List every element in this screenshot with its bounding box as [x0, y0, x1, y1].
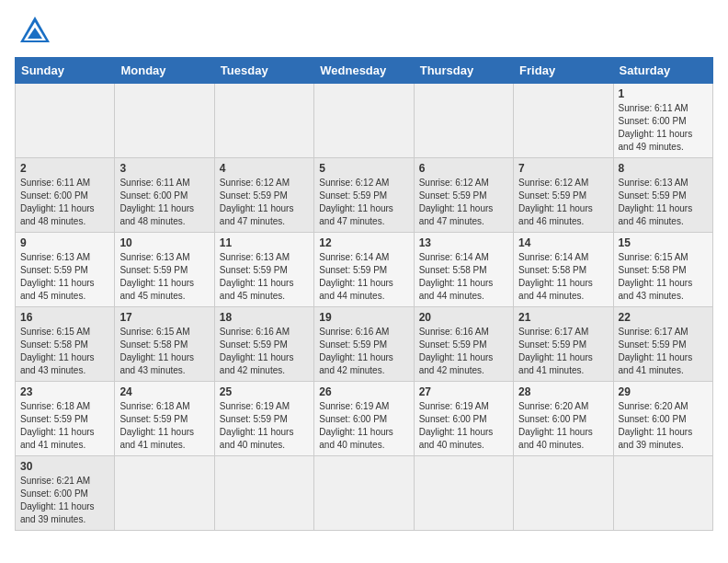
calendar-cell: 12Sunrise: 6:14 AM Sunset: 5:59 PM Dayli… [314, 233, 414, 307]
day-info: Sunrise: 6:19 AM Sunset: 5:59 PM Dayligh… [220, 400, 309, 452]
day-info: Sunrise: 6:16 AM Sunset: 5:59 PM Dayligh… [419, 326, 508, 377]
calendar-cell: 7Sunrise: 6:12 AM Sunset: 5:59 PM Daylig… [514, 158, 613, 233]
calendar-header: SundayMondayTuesdayWednesdayThursdayFrid… [16, 58, 713, 84]
calendar-cell: 18Sunrise: 6:16 AM Sunset: 5:59 PM Dayli… [214, 307, 313, 382]
day-info: Sunrise: 6:12 AM Sunset: 5:59 PM Dayligh… [518, 177, 608, 228]
day-info: Sunrise: 6:13 AM Sunset: 5:59 PM Dayligh… [220, 251, 309, 303]
day-number: 28 [518, 385, 608, 398]
day-number: 4 [220, 162, 309, 175]
calendar-week-row: 9Sunrise: 6:13 AM Sunset: 5:59 PM Daylig… [16, 233, 713, 307]
calendar-cell: 17Sunrise: 6:15 AM Sunset: 5:58 PM Dayli… [115, 307, 214, 382]
day-number: 8 [619, 162, 708, 175]
calendar-cell: 13Sunrise: 6:14 AM Sunset: 5:58 PM Dayli… [414, 233, 513, 307]
day-number: 11 [220, 236, 309, 249]
logo-icon [18, 15, 51, 48]
calendar-week-row: 16Sunrise: 6:15 AM Sunset: 5:58 PM Dayli… [16, 307, 713, 382]
calendar-cell: 10Sunrise: 6:13 AM Sunset: 5:59 PM Dayli… [115, 233, 214, 307]
calendar-cell [414, 456, 513, 531]
calendar-cell: 25Sunrise: 6:19 AM Sunset: 5:59 PM Dayli… [214, 382, 313, 456]
calendar-cell: 8Sunrise: 6:13 AM Sunset: 5:59 PM Daylig… [613, 158, 712, 233]
calendar-table: SundayMondayTuesdayWednesdayThursdayFrid… [15, 57, 713, 531]
calendar-cell: 24Sunrise: 6:18 AM Sunset: 5:59 PM Dayli… [115, 382, 214, 456]
day-number: 1 [619, 87, 708, 100]
day-number: 2 [20, 162, 109, 175]
day-number: 21 [518, 311, 608, 324]
day-number: 24 [119, 385, 209, 398]
day-info: Sunrise: 6:14 AM Sunset: 5:58 PM Dayligh… [419, 251, 508, 303]
day-info: Sunrise: 6:15 AM Sunset: 5:58 PM Dayligh… [20, 326, 109, 377]
calendar-cell: 6Sunrise: 6:12 AM Sunset: 5:59 PM Daylig… [414, 158, 513, 233]
calendar-cell [115, 84, 214, 158]
calendar-cell [314, 456, 414, 531]
day-info: Sunrise: 6:20 AM Sunset: 6:00 PM Dayligh… [518, 400, 608, 452]
day-info: Sunrise: 6:18 AM Sunset: 5:59 PM Dayligh… [119, 400, 209, 452]
day-info: Sunrise: 6:12 AM Sunset: 5:59 PM Dayligh… [220, 177, 309, 228]
day-number: 27 [419, 385, 508, 398]
calendar-cell: 14Sunrise: 6:14 AM Sunset: 5:58 PM Dayli… [514, 233, 613, 307]
calendar-cell: 1Sunrise: 6:11 AM Sunset: 6:00 PM Daylig… [613, 84, 712, 158]
day-number: 14 [518, 236, 608, 249]
day-number: 12 [319, 236, 408, 249]
day-number: 17 [119, 311, 209, 324]
day-info: Sunrise: 6:13 AM Sunset: 5:59 PM Dayligh… [619, 177, 708, 228]
day-number: 30 [20, 460, 109, 473]
weekday-header-saturday: Saturday [613, 58, 712, 84]
calendar-week-row: 23Sunrise: 6:18 AM Sunset: 5:59 PM Dayli… [16, 382, 713, 456]
weekday-header-wednesday: Wednesday [314, 58, 414, 84]
calendar-cell: 26Sunrise: 6:19 AM Sunset: 6:00 PM Dayli… [314, 382, 414, 456]
logo-area [15, 15, 51, 48]
day-info: Sunrise: 6:15 AM Sunset: 5:58 PM Dayligh… [119, 326, 209, 377]
calendar-cell: 19Sunrise: 6:16 AM Sunset: 5:59 PM Dayli… [314, 307, 414, 382]
calendar-cell: 20Sunrise: 6:16 AM Sunset: 5:59 PM Dayli… [414, 307, 513, 382]
calendar-cell [514, 456, 613, 531]
day-number: 5 [319, 162, 408, 175]
logo [15, 15, 51, 48]
day-number: 10 [119, 236, 209, 249]
day-number: 19 [319, 311, 408, 324]
weekday-header-sunday: Sunday [16, 58, 115, 84]
calendar-cell: 2Sunrise: 6:11 AM Sunset: 6:00 PM Daylig… [16, 158, 115, 233]
calendar-cell: 27Sunrise: 6:19 AM Sunset: 6:00 PM Dayli… [414, 382, 513, 456]
day-number: 3 [119, 162, 209, 175]
day-info: Sunrise: 6:11 AM Sunset: 6:00 PM Dayligh… [119, 177, 209, 228]
day-info: Sunrise: 6:11 AM Sunset: 6:00 PM Dayligh… [619, 102, 708, 154]
calendar-cell [115, 456, 214, 531]
day-info: Sunrise: 6:11 AM Sunset: 6:00 PM Dayligh… [20, 177, 109, 228]
calendar-week-row: 1Sunrise: 6:11 AM Sunset: 6:00 PM Daylig… [16, 84, 713, 158]
calendar-cell: 11Sunrise: 6:13 AM Sunset: 5:59 PM Dayli… [214, 233, 313, 307]
day-number: 26 [319, 385, 408, 398]
day-info: Sunrise: 6:12 AM Sunset: 5:59 PM Dayligh… [419, 177, 508, 228]
day-number: 29 [619, 385, 708, 398]
calendar-cell [514, 84, 613, 158]
weekday-header-row: SundayMondayTuesdayWednesdayThursdayFrid… [16, 58, 713, 84]
day-info: Sunrise: 6:17 AM Sunset: 5:59 PM Dayligh… [518, 326, 608, 377]
day-info: Sunrise: 6:20 AM Sunset: 6:00 PM Dayligh… [619, 400, 708, 452]
calendar-cell [414, 84, 513, 158]
calendar-week-row: 30Sunrise: 6:21 AM Sunset: 6:00 PM Dayli… [16, 456, 713, 531]
calendar-cell: 23Sunrise: 6:18 AM Sunset: 5:59 PM Dayli… [16, 382, 115, 456]
day-info: Sunrise: 6:18 AM Sunset: 5:59 PM Dayligh… [20, 400, 109, 452]
weekday-header-tuesday: Tuesday [214, 58, 313, 84]
calendar-cell: 22Sunrise: 6:17 AM Sunset: 5:59 PM Dayli… [613, 307, 712, 382]
calendar-cell: 4Sunrise: 6:12 AM Sunset: 5:59 PM Daylig… [214, 158, 313, 233]
day-info: Sunrise: 6:14 AM Sunset: 5:59 PM Dayligh… [319, 251, 408, 303]
day-info: Sunrise: 6:16 AM Sunset: 5:59 PM Dayligh… [220, 326, 309, 377]
calendar-cell: 15Sunrise: 6:15 AM Sunset: 5:58 PM Dayli… [613, 233, 712, 307]
day-number: 16 [20, 311, 109, 324]
day-number: 20 [419, 311, 508, 324]
header [15, 15, 713, 48]
calendar-cell: 30Sunrise: 6:21 AM Sunset: 6:00 PM Dayli… [16, 456, 115, 531]
day-info: Sunrise: 6:15 AM Sunset: 5:58 PM Dayligh… [619, 251, 708, 303]
day-number: 6 [419, 162, 508, 175]
calendar-body: 1Sunrise: 6:11 AM Sunset: 6:00 PM Daylig… [16, 84, 713, 531]
day-number: 25 [220, 385, 309, 398]
day-number: 18 [220, 311, 309, 324]
day-info: Sunrise: 6:21 AM Sunset: 6:00 PM Dayligh… [20, 475, 109, 526]
weekday-header-thursday: Thursday [414, 58, 513, 84]
calendar-cell [214, 84, 313, 158]
calendar-week-row: 2Sunrise: 6:11 AM Sunset: 6:00 PM Daylig… [16, 158, 713, 233]
calendar-cell: 3Sunrise: 6:11 AM Sunset: 6:00 PM Daylig… [115, 158, 214, 233]
day-info: Sunrise: 6:13 AM Sunset: 5:59 PM Dayligh… [119, 251, 209, 303]
day-number: 22 [619, 311, 708, 324]
day-info: Sunrise: 6:19 AM Sunset: 6:00 PM Dayligh… [319, 400, 408, 452]
